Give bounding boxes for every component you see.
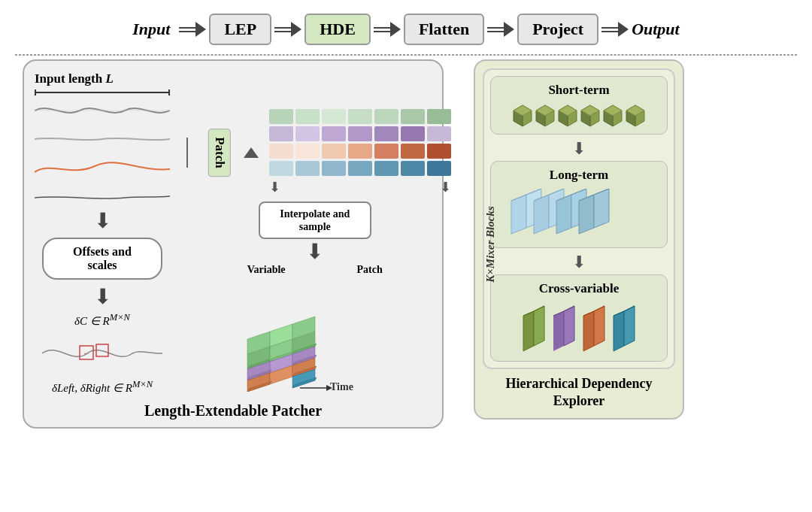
middle-section: Patch <box>179 71 451 398</box>
waveform-3 <box>35 156 170 180</box>
long-term-section: Long-term <box>490 161 668 248</box>
pipeline-input: Input <box>132 20 170 39</box>
pipeline-flatten: Flatten <box>404 14 484 45</box>
arrow-2 <box>274 22 301 37</box>
arrow-3 <box>374 22 401 37</box>
pipeline-project: Project <box>517 14 598 45</box>
arrow-5 <box>601 22 629 37</box>
svg-marker-66 <box>564 306 574 346</box>
svg-marker-50 <box>511 195 526 234</box>
input-length-label: Input length L <box>35 71 170 86</box>
waveform-4 <box>35 184 170 208</box>
3d-patch-blocks: Time <box>240 279 390 392</box>
hde-inner: Short-term <box>483 68 675 369</box>
pipeline-hde: HDE <box>304 14 371 45</box>
hde-container: K×Mixer Blocks Short-term <box>474 59 684 429</box>
interpolate-box: Interpolate and sample <box>259 201 371 239</box>
svg-marker-59 <box>579 195 594 234</box>
patch-label: Patch <box>213 137 227 168</box>
arrow-down-2: ⬇ <box>490 253 668 272</box>
cross-variable-section: Cross-variable <box>490 274 668 362</box>
arrow-down-1: ⬇ <box>490 139 668 159</box>
svg-text:Time: Time <box>330 381 353 392</box>
pipeline-header: Input LEP HDE Flatten Project Output <box>0 0 812 54</box>
waveforms <box>35 98 170 208</box>
svg-marker-56 <box>556 195 571 234</box>
svg-marker-62 <box>523 311 534 351</box>
short-term-cubes <box>497 104 661 128</box>
cross-variable-title: Cross-variable <box>497 281 661 296</box>
svg-marker-68 <box>583 311 594 351</box>
waveform-2 <box>35 127 170 151</box>
main-content: Input length L <box>0 59 812 429</box>
svg-marker-60 <box>594 189 609 228</box>
svg-text:←: ← <box>83 349 90 357</box>
left-section: Input length L <box>35 71 170 398</box>
formula-dlr: δLeft, δRight ∈ RM×N <box>52 379 153 395</box>
svg-marker-69 <box>594 306 604 346</box>
down-arrow-offsets: ⬇ <box>94 284 111 309</box>
waveform-1 <box>35 98 170 123</box>
svg-marker-65 <box>553 311 564 351</box>
formula-dc: δC ∈ RM×N <box>74 312 130 328</box>
svg-marker-63 <box>534 306 544 346</box>
short-term-title: Short-term <box>497 83 661 98</box>
pipeline-lep: LEP <box>209 14 271 45</box>
color-patch-grid: ⬇ ⬇ <box>269 109 451 195</box>
dc-visualization: ← <box>42 331 162 376</box>
kmixer-label: K×Mixer Blocks <box>484 206 497 282</box>
long-term-title: Long-term <box>497 168 661 183</box>
hde-panel: Short-term <box>474 59 684 420</box>
cross-variable-bars <box>497 302 661 355</box>
arrow-4 <box>487 22 514 37</box>
short-term-section: Short-term <box>490 76 668 135</box>
svg-marker-72 <box>624 306 635 346</box>
arrow-1 <box>179 22 206 37</box>
long-term-cubes <box>497 189 661 241</box>
pipeline-output: Output <box>632 20 680 39</box>
lep-panel: Input length L <box>23 59 444 429</box>
offsets-box: Offsets and scales <box>42 238 162 280</box>
hde-title: Hierarchical Dependency Explorer <box>483 375 675 411</box>
svg-marker-71 <box>614 311 624 351</box>
patch-axis-label: Patch <box>357 264 383 276</box>
down-arrow-interpolate: ⬇ <box>306 239 323 264</box>
down-arrow-waveforms: ⬇ <box>94 208 111 233</box>
svg-marker-53 <box>534 195 549 234</box>
variable-label: Variable <box>247 264 286 276</box>
lep-title: Length-Extendable Patcher <box>35 402 432 420</box>
